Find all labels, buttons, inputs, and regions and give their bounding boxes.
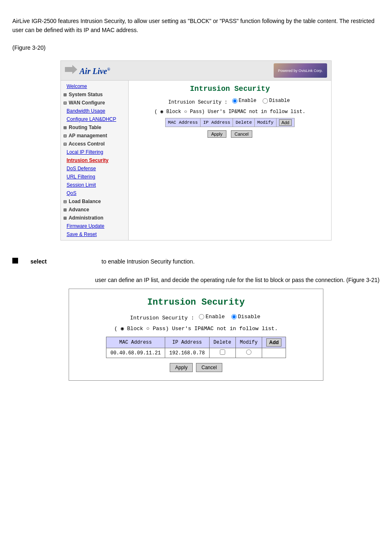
col-delete: Delete — [233, 118, 255, 127]
col-mac-address: MAC Address — [165, 118, 201, 127]
fig321-disable-label: Disable — [238, 314, 261, 320]
sidebar-item-intrusion-security[interactable]: Intrusion Security — [61, 156, 128, 164]
fig321-row-modify[interactable] — [235, 348, 262, 358]
fig321-enable-group: Enable — [199, 314, 225, 320]
sidebar-item-ap-management[interactable]: ⊟ AP management — [61, 132, 128, 140]
enable-radio[interactable] — [232, 98, 238, 104]
bullet-text2: user can define an IP list, and decide t… — [95, 277, 379, 283]
sidebar-item-configure-lan[interactable]: Configure LAN&DHCP — [61, 115, 128, 123]
intro-paragraph: AirLive IGR-2500 features Intrusion Secu… — [12, 16, 380, 35]
sidebar-item-url-filtering[interactable]: URL Filtering — [61, 173, 128, 181]
sidebar-item-administration[interactable]: ⊞ Administration — [61, 214, 128, 222]
fig321-address-table: MAC Address IP Address Delete Modify Add… — [106, 337, 286, 358]
address-table: MAC Address IP Address Delete Modify Add — [165, 118, 295, 127]
enable-radio-group: Enable — [232, 98, 256, 104]
svg-marker-0 — [65, 65, 77, 74]
page-title-fig320: Intrusion Security — [135, 85, 325, 93]
security-enable-line: Intrusion Security : Enable Disable — [135, 98, 325, 105]
figure-ref-text: (Figure 3-20) — [12, 44, 46, 51]
fig321-apply-area: Apply Cancel — [81, 363, 311, 372]
bullet-row: select to enable Intrusion Security func… — [12, 257, 380, 284]
fig321-security-line: Intrusion Security : Enable Disable — [81, 314, 311, 321]
fig321-row-delete[interactable] — [209, 348, 235, 358]
main-content-fig320: Intrusion Security Intrusion Security : … — [129, 81, 331, 240]
sidebar-item-load-balance[interactable]: ⊟ Load Balance — [61, 197, 128, 206]
fig321-cancel-button[interactable]: Cancel — [196, 363, 222, 372]
fig321-enable-label: Enable — [205, 314, 225, 320]
fig321-apply-button[interactable]: Apply — [170, 363, 193, 372]
router-header: Air Live® Powered by OvisLink Corp. — [61, 61, 331, 81]
fig321-row-add-empty — [262, 348, 286, 358]
intro-text-main: AirLive IGR-2500 features Intrusion Secu… — [12, 18, 374, 33]
sidebar-item-session-limit[interactable]: Session Limit — [61, 181, 128, 189]
logo-text: Air Live® — [80, 67, 111, 76]
sidebar-item-system-status[interactable]: ⊞ System Status — [61, 90, 128, 99]
bullet-content: select to enable Intrusion Security func… — [26, 257, 380, 284]
sidebar-item-access-control[interactable]: ⊟ Access Control — [61, 140, 128, 148]
fig321-modify-radio[interactable] — [246, 349, 251, 355]
bullet-section: select to enable Intrusion Security func… — [12, 257, 380, 284]
col-add: Add — [276, 118, 295, 127]
select-word: select — [30, 258, 47, 265]
fig321-enable-radio[interactable] — [199, 314, 204, 319]
block-pass-text: ( ◉ Block ○ Pass) User's IP&MAC not in f… — [154, 109, 305, 115]
sidebar-item-qos[interactable]: QoS — [61, 189, 128, 197]
sidebar-item-wan-configure[interactable]: ⊟ WAN Configure — [61, 99, 128, 107]
fig321-disable-radio[interactable] — [231, 314, 237, 319]
security-label: Intrusion Security : — [168, 99, 227, 105]
router-body: Welcome ⊞ System Status ⊟ WAN Configure … — [61, 81, 331, 240]
powered-by-text: Powered by OvisLink Corp. — [278, 69, 323, 73]
sidebar-item-bandwidth-usage[interactable]: Bandwidth Usage — [61, 107, 128, 115]
sidebar-item-dos-defense[interactable]: DoS Defense — [61, 164, 128, 173]
fig321-col-modify: Modify — [235, 337, 262, 348]
table-row: 00.40.68.09.11.21 192.168.0.78 — [106, 348, 286, 358]
fig321-disable-group: Disable — [231, 314, 261, 320]
disable-label: Disable — [269, 98, 290, 104]
fig321-col-mac: MAC Address — [106, 337, 165, 348]
sidebar: Welcome ⊞ System Status ⊟ WAN Configure … — [61, 81, 129, 240]
block-pass-line: ( ◉ Block ○ Pass) User's IP&MAC not in f… — [135, 109, 325, 115]
fig321-table-area: MAC Address IP Address Delete Modify Add… — [81, 337, 311, 358]
fig321-add-button[interactable]: Add — [266, 338, 281, 347]
fig321-col-ip: IP Address — [165, 337, 209, 348]
fig321-col-add: Add — [262, 337, 286, 348]
fig321-col-delete: Delete — [209, 337, 235, 348]
logo-arrow-icon — [65, 67, 77, 76]
address-table-area: MAC Address IP Address Delete Modify Add — [135, 118, 325, 127]
router-panel-fig320: Air Live® Powered by OvisLink Corp. Welc… — [60, 60, 332, 240]
fig321-block-line: ( ◉ Block ○ Pass) User's IP&MAC not in f… — [81, 325, 311, 332]
apply-area: Apply Cancel — [135, 130, 325, 138]
bullet-icon — [12, 258, 18, 264]
sidebar-item-advance[interactable]: ⊞ Advance — [61, 206, 128, 214]
disable-radio[interactable] — [263, 98, 268, 104]
fig321-delete-checkbox[interactable] — [220, 349, 225, 355]
sidebar-item-local-ip-filtering[interactable]: Local IP Filtering — [61, 148, 128, 156]
fig321-row-mac: 00.40.68.09.11.21 — [106, 348, 165, 358]
fig321-security-label: Intrusion Security : — [130, 315, 194, 321]
enable-label: Enable — [239, 98, 256, 104]
add-button[interactable]: Add — [279, 119, 292, 126]
sidebar-item-welcome[interactable]: Welcome — [61, 82, 128, 90]
figure-panel-321: Intrusion Security Intrusion Security : … — [69, 289, 323, 381]
airlive-logo: Air Live® — [65, 65, 110, 76]
figure-321-title: Intrusion Security — [81, 297, 311, 308]
col-ip-address: IP Address — [201, 118, 233, 127]
cancel-button[interactable]: Cancel — [231, 130, 252, 138]
col-modify: Modify — [255, 118, 277, 127]
sidebar-item-firmware-update[interactable]: Firmware Update — [61, 222, 128, 230]
bullet-text1: to enable Intrusion Security function. — [101, 258, 194, 265]
figure-ref-1: (Figure 3-20) — [12, 43, 380, 52]
powered-by: Powered by OvisLink Corp. — [274, 63, 327, 78]
sidebar-item-save-reset[interactable]: Save & Reset — [61, 230, 128, 238]
apply-button[interactable]: Apply — [208, 130, 226, 138]
sidebar-item-routing-table[interactable]: ⊞ Routing Table — [61, 123, 128, 132]
fig321-row-ip: 192.168.0.78 — [165, 348, 209, 358]
fig321-block-text: ( ◉ Block ○ Pass) User's IP&MAC not in f… — [114, 326, 278, 332]
disable-radio-group: Disable — [263, 98, 290, 104]
